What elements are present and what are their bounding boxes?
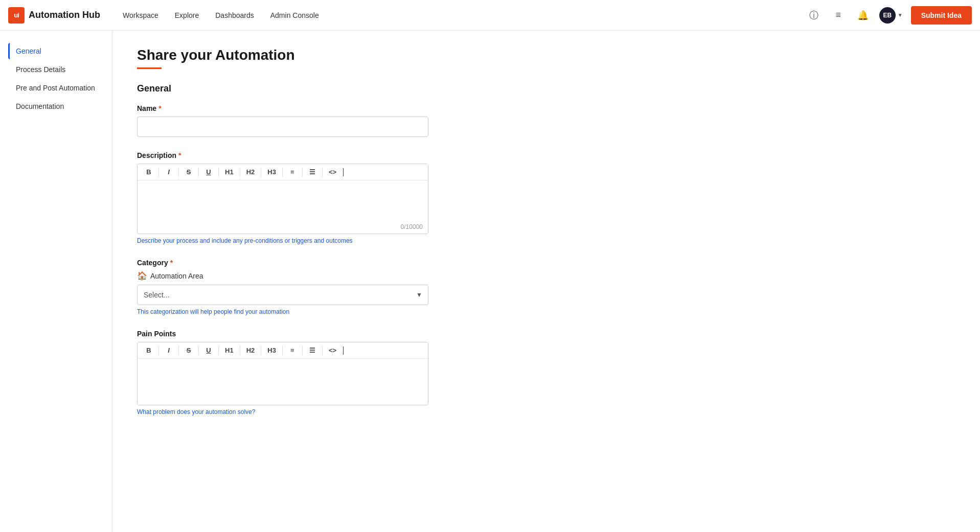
- pain-points-underline-button[interactable]: U: [201, 344, 216, 356]
- divider: [240, 168, 240, 177]
- logo-icon: ui: [8, 7, 25, 24]
- divider: [282, 168, 283, 177]
- description-underline-button[interactable]: U: [201, 166, 216, 178]
- notifications-icon[interactable]: 🔔: [855, 7, 871, 24]
- description-h3-button[interactable]: H3: [264, 166, 280, 178]
- pain-points-h1-button[interactable]: H1: [221, 344, 237, 356]
- description-field-group: Description * B I S U H1 H2 H3: [137, 151, 428, 244]
- main-nav: Workspace Explore Dashboards Admin Conso…: [117, 7, 806, 24]
- pain-points-ol-button[interactable]: ☰: [305, 344, 320, 356]
- divider: [322, 346, 323, 355]
- help-icon[interactable]: ⓘ: [806, 7, 822, 24]
- divider: [158, 346, 159, 355]
- category-select[interactable]: Select...: [137, 285, 428, 305]
- pain-points-toolbar: B I S U H1 H2 H3 ≡ ☰: [138, 342, 428, 359]
- name-label: Name *: [137, 104, 428, 112]
- name-input[interactable]: [137, 117, 428, 137]
- pain-points-ul-button[interactable]: ≡: [285, 344, 300, 356]
- pain-points-h2-button[interactable]: H2: [243, 344, 259, 356]
- category-required-indicator: *: [170, 259, 173, 267]
- category-hint: This categorization will help people fin…: [137, 308, 428, 315]
- pain-points-hint: What problem does your automation solve?: [137, 408, 428, 415]
- automation-area-icon: 🏠: [137, 271, 147, 281]
- pain-points-italic-button[interactable]: I: [162, 344, 176, 356]
- pain-points-code-button[interactable]: <>: [325, 344, 340, 356]
- description-hint: Describe your process and include any pr…: [137, 237, 428, 244]
- nav-explore[interactable]: Explore: [169, 7, 205, 24]
- page-title: Share your Automation: [137, 47, 955, 63]
- logo-text: Automation Hub: [29, 10, 100, 20]
- description-editor: B I S U H1 H2 H3 ≡ ☰: [137, 164, 428, 234]
- divider: [178, 168, 179, 177]
- divider: [218, 168, 219, 177]
- pain-points-editor: B I S U H1 H2 H3 ≡ ☰: [137, 342, 428, 405]
- description-label: Description *: [137, 151, 428, 159]
- description-required-indicator: *: [178, 151, 181, 159]
- divider: [261, 168, 261, 177]
- sidebar-item-documentation[interactable]: Documentation: [8, 98, 104, 114]
- logo[interactable]: ui Automation Hub: [8, 7, 100, 24]
- pain-points-h3-button[interactable]: H3: [264, 344, 280, 356]
- sidebar-item-general[interactable]: General: [8, 43, 104, 59]
- name-field-group: Name *: [137, 104, 428, 137]
- user-avatar-wrapper[interactable]: EB ▼: [879, 7, 903, 24]
- divider: [198, 346, 199, 355]
- description-ul-button[interactable]: ≡: [285, 166, 300, 178]
- divider: [158, 168, 159, 177]
- divider: [302, 168, 303, 177]
- avatar: EB: [879, 7, 896, 24]
- description-h2-button[interactable]: H2: [243, 166, 259, 178]
- category-field-group: Category * 🏠 Automation Area Select... ▼…: [137, 259, 428, 315]
- main-layout: General Process Details Pre and Post Aut…: [0, 31, 980, 532]
- category-label: Category *: [137, 259, 428, 267]
- description-ol-button[interactable]: ☰: [305, 166, 320, 178]
- app-header: ui Automation Hub Workspace Explore Dash…: [0, 0, 980, 31]
- avatar-chevron-icon: ▼: [898, 12, 903, 18]
- nav-dashboards[interactable]: Dashboards: [209, 7, 260, 24]
- nav-workspace[interactable]: Workspace: [117, 7, 165, 24]
- pain-points-strikethrough-button[interactable]: S: [181, 344, 196, 356]
- pain-points-label: Pain Points: [137, 330, 428, 338]
- divider: [322, 168, 323, 177]
- divider: [282, 346, 283, 355]
- sidebar: General Process Details Pre and Post Aut…: [0, 31, 112, 532]
- sidebar-item-process-details[interactable]: Process Details: [8, 61, 104, 78]
- tasks-icon[interactable]: ≡: [830, 7, 847, 24]
- cursor-indicator: [343, 346, 344, 355]
- description-strikethrough-button[interactable]: S: [181, 166, 196, 178]
- divider: [302, 346, 303, 355]
- header-actions: ⓘ ≡ 🔔 EB ▼ Submit Idea: [806, 6, 972, 25]
- category-select-wrapper: Select... ▼: [137, 285, 428, 305]
- automation-area-label: Automation Area: [150, 272, 203, 280]
- pain-points-field-group: Pain Points B I S U H1 H2 H3: [137, 330, 428, 415]
- sidebar-item-pre-post-automation[interactable]: Pre and Post Automation: [8, 80, 104, 96]
- title-underline: [137, 67, 162, 69]
- automation-area-row: 🏠 Automation Area: [137, 271, 428, 281]
- divider: [240, 346, 240, 355]
- description-italic-button[interactable]: I: [162, 166, 176, 178]
- description-code-button[interactable]: <>: [325, 166, 340, 178]
- name-required-indicator: *: [158, 104, 161, 112]
- description-h1-button[interactable]: H1: [221, 166, 237, 178]
- pain-points-editor-body[interactable]: [138, 359, 428, 405]
- divider: [198, 168, 199, 177]
- submit-idea-button[interactable]: Submit Idea: [911, 6, 972, 25]
- description-editor-body[interactable]: [138, 180, 428, 221]
- divider: [178, 346, 179, 355]
- section-title: General: [137, 83, 955, 94]
- description-toolbar: B I S U H1 H2 H3 ≡ ☰: [138, 164, 428, 180]
- description-char-count: 0/10000: [138, 221, 428, 234]
- divider: [218, 346, 219, 355]
- nav-admin-console[interactable]: Admin Console: [264, 7, 325, 24]
- main-content: Share your Automation General Name * Des…: [112, 31, 980, 532]
- divider: [261, 346, 261, 355]
- description-bold-button[interactable]: B: [142, 166, 156, 178]
- cursor-indicator: [343, 168, 344, 176]
- pain-points-bold-button[interactable]: B: [142, 344, 156, 356]
